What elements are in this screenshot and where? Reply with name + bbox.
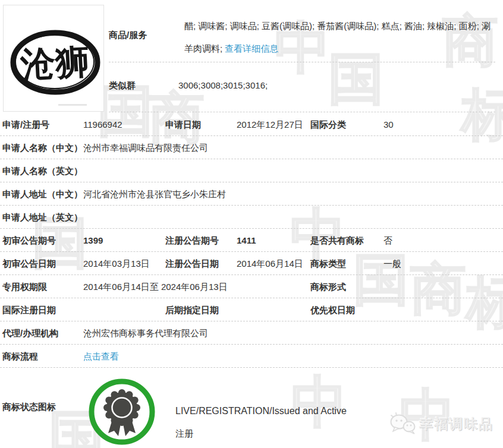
brand-name: 幸福调味品 bbox=[419, 415, 493, 433]
field-value: 沧州宏伟商标事务代理有限公司 bbox=[83, 321, 208, 345]
field-value: 2014年03月13日 bbox=[83, 252, 150, 275]
field-label: 注册公告日期 bbox=[165, 252, 219, 275]
field-value: 1411 bbox=[237, 229, 256, 252]
goods-detail-link[interactable]: 查看详细信息 bbox=[225, 43, 278, 53]
row-exclusive-right-period: 专用权期限 2014年06月14日至 2024年06月13日 商标形式 bbox=[0, 275, 503, 298]
field-label: 申请日期 bbox=[165, 113, 201, 136]
row-agency: 代理/办理机构 沧州宏伟商标事务代理有限公司 bbox=[0, 321, 503, 345]
brand-watermark: 幸福调味品 bbox=[389, 412, 493, 435]
status-register-text: 注册 bbox=[175, 428, 193, 440]
field-label: 是否共有商标 bbox=[310, 229, 364, 252]
row-trademark-process: 商标流程 点击查看 bbox=[0, 345, 503, 368]
svg-text:沧狮: 沧狮 bbox=[18, 41, 90, 85]
field-label: 商标形式 bbox=[310, 275, 346, 298]
row-applicant-address-en: 申请人地址（英文） bbox=[0, 206, 503, 229]
field-value: 一般 bbox=[383, 252, 401, 275]
field-value: 1399 bbox=[83, 229, 103, 252]
field-label: 专用权期限 bbox=[2, 275, 47, 298]
field-label: 商标类型 bbox=[310, 252, 346, 275]
similar-group-value: 3006;3008;3015;3016; bbox=[178, 80, 268, 90]
field-value: 2014年06月14日至 2024年06月13日 bbox=[83, 275, 228, 298]
field-value: 沧州市幸福调味品有限责任公司 bbox=[83, 136, 208, 159]
field-label: 后期指定日期 bbox=[165, 298, 219, 321]
trademark-logo-icon: 沧狮 bbox=[4, 5, 103, 111]
row-international-dates: 国际注册日期 后期指定日期 优先权日期 bbox=[0, 298, 503, 321]
wechat-icon bbox=[389, 412, 416, 435]
similar-group-label: 类似群 bbox=[109, 80, 136, 92]
info-table: 申请/注册号 11966942 申请日期 2012年12月27日 国际分类 30… bbox=[0, 113, 503, 368]
row-applicant-address-cn: 申请人地址（中文） 河北省沧州市沧县张官屯乡小朱庄村 bbox=[0, 182, 503, 206]
row-gazette-numbers: 初审公告期号 1399 注册公告期号 1411 是否共有商标 否 bbox=[0, 229, 503, 252]
trademark-image: 沧狮 bbox=[3, 5, 104, 112]
field-value: 河北省沧州市沧县张官屯乡小朱庄村 bbox=[83, 182, 226, 206]
field-label: 申请人地址（英文） bbox=[2, 206, 83, 229]
field-value: 11966942 bbox=[83, 113, 122, 136]
status-badge-icon bbox=[88, 378, 156, 446]
process-view-link[interactable]: 点击查看 bbox=[83, 345, 119, 368]
top-info-rows: 商品/服务 醋; 调味酱; 调味品; 豆酱(调味品); 番茄酱(调味品); 糕点… bbox=[109, 5, 495, 113]
trademark-detail-page: 中 国 商 标 国 商 国 中 国 商 标 中 国 中 沧狮 商品/服务 醋; … bbox=[0, 0, 503, 448]
field-value: 30 bbox=[383, 113, 394, 136]
row-applicant-name-en: 申请人名称（英文） bbox=[0, 159, 503, 182]
field-value: 2014年06月14日 bbox=[237, 252, 303, 275]
field-label: 国际分类 bbox=[310, 113, 346, 136]
field-label: 申请/注册号 bbox=[2, 113, 49, 136]
field-value: 2012年12月27日 bbox=[237, 113, 303, 136]
field-label: 初审公告日期 bbox=[2, 252, 56, 275]
field-label: 商标流程 bbox=[2, 345, 38, 368]
status-section: 商标状态图标 LIVE/REGISTRATION/Issued and Acti… bbox=[0, 374, 503, 448]
field-label: 申请人地址（中文） bbox=[2, 182, 83, 206]
field-label: 注册公告期号 bbox=[165, 229, 219, 252]
goods-services-value: 醋; 调味酱; 调味品; 豆酱(调味品); 番茄酱(调味品); 糕点; 酱油; … bbox=[184, 15, 496, 60]
row-gazette-dates: 初审公告日期 2014年03月13日 注册公告日期 2014年06月14日 商标… bbox=[0, 252, 503, 275]
field-value: 否 bbox=[383, 229, 392, 252]
field-label: 申请人名称（英文） bbox=[2, 159, 83, 182]
field-label: 国际注册日期 bbox=[2, 298, 56, 321]
row-similar-group: 类似群 3006;3008;3015;3016; bbox=[109, 62, 495, 112]
status-icon-label: 商标状态图标 bbox=[2, 401, 56, 413]
field-label: 申请人名称（中文） bbox=[2, 136, 83, 159]
field-label: 初审公告期号 bbox=[2, 229, 56, 252]
row-application-number: 申请/注册号 11966942 申请日期 2012年12月27日 国际分类 30 bbox=[0, 113, 503, 136]
field-label: 优先权日期 bbox=[310, 298, 355, 321]
row-goods-services: 商品/服务 醋; 调味酱; 调味品; 豆酱(调味品); 番茄酱(调味品); 糕点… bbox=[109, 5, 495, 62]
goods-services-label: 商品/服务 bbox=[109, 30, 147, 41]
field-label: 代理/办理机构 bbox=[2, 321, 58, 345]
row-applicant-name-cn: 申请人名称（中文） 沧州市幸福调味品有限责任公司 bbox=[0, 136, 503, 159]
status-text: LIVE/REGISTRATION/Issued and Active bbox=[175, 406, 347, 417]
